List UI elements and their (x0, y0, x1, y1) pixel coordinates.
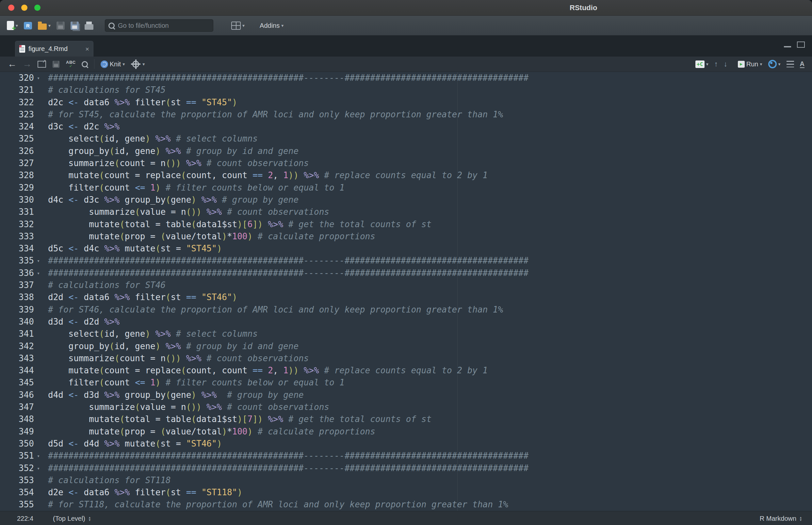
window-title: RStudio (569, 4, 597, 12)
new-project-button[interactable]: R (21, 18, 35, 33)
open-file-button[interactable]: ▾ (35, 18, 53, 33)
tab-close-icon[interactable]: × (85, 46, 89, 52)
addins-button[interactable]: Addins ▾ (257, 18, 286, 33)
back-button[interactable]: ← (4, 58, 20, 71)
fold-zone (36, 230, 48, 243)
code-line[interactable]: 344 mutate(count = replace(count, count … (0, 364, 812, 377)
tab-strip: figure_4.Rmd × (0, 36, 812, 57)
goto-file-input[interactable] (117, 21, 210, 30)
tab-figure-4-rmd[interactable]: figure_4.Rmd × (15, 41, 93, 57)
document-format-selector[interactable]: R Markdown ▲▼ (760, 515, 802, 522)
code-line-text: filter(count <= 1) # filter counts below… (48, 377, 812, 389)
code-line[interactable]: 329 filter(count <= 1) # filter counts b… (0, 182, 812, 194)
code-line[interactable]: 337# calculations for ST46 (0, 279, 812, 291)
fold-arrow-icon[interactable]: ▾ (37, 465, 40, 471)
code-line[interactable]: 326 group_by(id, gene) %>% # group by id… (0, 145, 812, 157)
code-line[interactable]: 338d2d <- data6 %>% filter(st == "ST46") (0, 291, 812, 303)
code-line[interactable]: 349 mutate(prop = (value/total)*100) # c… (0, 425, 812, 438)
next-chunk-button[interactable]: ↓ (721, 58, 730, 71)
arrow-up-icon: ↑ (714, 60, 718, 68)
code-line[interactable]: 350d5d <- d4d %>% mutate(st = "ST46") (0, 438, 812, 450)
print-button[interactable] (82, 18, 96, 33)
code-line[interactable]: 320▾####################################… (0, 72, 812, 84)
save-all-button[interactable] (68, 18, 82, 33)
visual-editor-toggle-button[interactable]: A (797, 58, 808, 71)
editor-toolbar: ← → ↗ ABC ✓ Knit ▾ ▾ (0, 57, 812, 72)
zoom-window-button[interactable] (34, 4, 41, 11)
forward-button[interactable]: → (20, 58, 35, 71)
code-editor[interactable]: 320▾####################################… (0, 72, 812, 511)
line-number: 326 (0, 145, 36, 157)
knit-settings-button[interactable]: ▾ (128, 58, 147, 71)
code-line[interactable]: 328 mutate(count = replace(count, count … (0, 169, 812, 181)
fold-zone (36, 438, 48, 450)
fold-arrow-icon[interactable]: ▾ (37, 270, 40, 276)
code-line[interactable]: 354d2e <- data6 %>% filter(st == "ST118"… (0, 486, 812, 498)
fold-arrow-icon[interactable]: ▾ (37, 75, 40, 81)
code-line[interactable]: 321# calculations for ST45 (0, 84, 812, 96)
minimize-pane-icon[interactable] (784, 46, 791, 47)
code-line[interactable]: 346d4d <- d3d %>% group_by(gene) %>% # g… (0, 389, 812, 401)
code-line[interactable]: 331 summarize(value = n()) %>% # count o… (0, 206, 812, 218)
fold-zone (36, 182, 48, 194)
code-line-text: mutate(prop = (value/total)*100) # calcu… (48, 230, 812, 243)
code-line[interactable]: 342 group_by(id, gene) %>% # group by id… (0, 340, 812, 352)
code-line[interactable]: 348 mutate(total = table(data1$st)[7]) %… (0, 413, 812, 425)
save-document-button[interactable] (49, 58, 63, 71)
code-line[interactable]: 330d4c <- d3c %>% group_by(gene) %>% # g… (0, 194, 812, 206)
spellcheck-icon: ABC ✓ (66, 60, 76, 68)
line-number: 336 (0, 267, 36, 279)
knit-button[interactable]: Knit ▾ (98, 58, 128, 71)
code-line[interactable]: 339# for ST46, calculate the proportion … (0, 304, 812, 316)
minimize-window-button[interactable] (21, 4, 28, 11)
code-line[interactable]: 355# for ST118, calculate the proportion… (0, 498, 812, 511)
maximize-pane-icon[interactable] (797, 42, 805, 48)
pane-layout-button[interactable]: ▾ (228, 18, 248, 33)
code-line[interactable]: 335▾####################################… (0, 255, 812, 267)
code-line-text: mutate(prop = (value/total)*100) # calcu… (48, 425, 812, 438)
publish-button[interactable]: ▾ (765, 58, 784, 71)
open-in-new-window-button[interactable]: ↗ (35, 58, 49, 71)
run-button[interactable]: ▸ Run ▾ (735, 58, 765, 71)
fold-arrow-icon[interactable]: ▾ (37, 453, 40, 459)
titlebar: RStudio (0, 0, 812, 16)
code-line[interactable]: 327 summarize(count = n()) %>% # count o… (0, 157, 812, 169)
code-line[interactable]: 343 summarize(count = n()) %>% # count o… (0, 352, 812, 364)
previous-chunk-button[interactable]: ↑ (712, 58, 721, 71)
fold-zone (36, 486, 48, 498)
main-toolbar: ▾ R ▾ ▾ Addins ▾ (0, 16, 812, 36)
code-line[interactable]: 324d3c <- d2c %>% (0, 121, 812, 133)
code-line[interactable]: 322d2c <- data6 %>% filter(st == "ST45") (0, 96, 812, 108)
fold-arrow-icon[interactable]: ▾ (37, 258, 40, 264)
scope-selector[interactable]: (Top Level) ▲▼ (53, 515, 91, 522)
fold-zone (36, 316, 48, 328)
chevron-down-icon: ▾ (243, 23, 245, 28)
code-line[interactable]: 334d5c <- d4c %>% mutate(st = "ST45") (0, 243, 812, 255)
code-line[interactable]: 345 filter(count <= 1) # filter counts b… (0, 377, 812, 389)
save-button[interactable] (53, 18, 68, 33)
fold-zone (36, 219, 48, 230)
close-window-button[interactable] (8, 4, 14, 11)
find-replace-button[interactable] (79, 58, 91, 71)
code-line[interactable]: 351▾####################################… (0, 450, 812, 462)
code-line[interactable]: 340d3d <- d2d %>% (0, 316, 812, 328)
code-line[interactable]: 333 mutate(prop = (value/total)*100) # c… (0, 230, 812, 243)
code-line[interactable]: 347 summarize(value = n()) %>% # count o… (0, 401, 812, 413)
code-line[interactable]: 352▾####################################… (0, 462, 812, 474)
code-line[interactable]: 332 mutate(total = table(data1$st)[6]) %… (0, 219, 812, 230)
margin-guide (457, 72, 458, 511)
new-file-button[interactable]: ▾ (4, 18, 21, 33)
code-line[interactable]: 341 select(id, gene) %>% # select column… (0, 328, 812, 340)
show-outline-button[interactable] (784, 58, 797, 71)
spellcheck-button[interactable]: ABC ✓ (63, 58, 79, 71)
cursor-position[interactable]: 222:4 (17, 515, 33, 522)
code-line[interactable]: 336▾####################################… (0, 267, 812, 279)
chevron-down-icon: ▾ (778, 62, 781, 66)
code-line[interactable]: 353# calculations for ST118 (0, 474, 812, 486)
line-number: 352 (0, 462, 36, 474)
fold-zone: ▾ (36, 72, 48, 84)
code-line[interactable]: 323# for ST45, calculate the proportion … (0, 108, 812, 121)
fold-zone (36, 304, 48, 316)
code-line[interactable]: 325 select(id, gene) %>% # select column… (0, 133, 812, 145)
insert-chunk-button[interactable]: +C ▾ (692, 58, 712, 71)
